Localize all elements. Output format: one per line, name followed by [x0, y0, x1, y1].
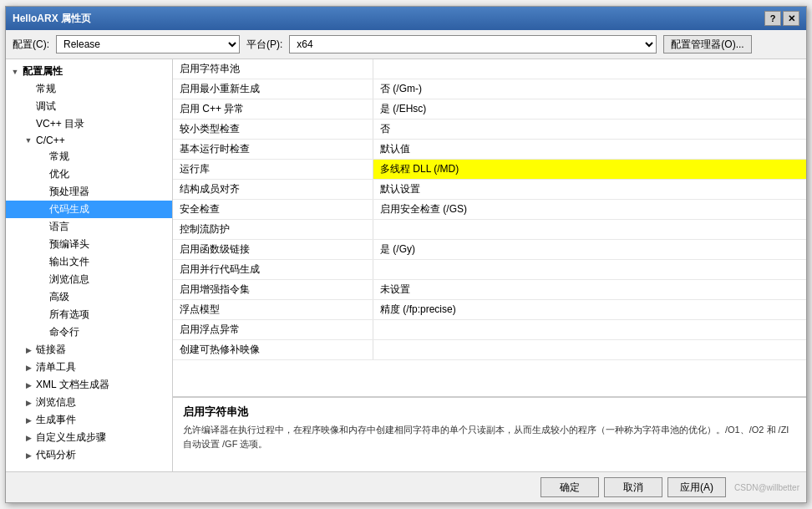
bottom-title: 启用字符串池	[183, 405, 796, 420]
expand-icon-cpp[interactable]: ▼	[23, 135, 34, 146]
prop-value-9: 是 (/Gy)	[373, 240, 806, 259]
props-table: 启用字符串池启用最小重新生成否 (/Gm-)启用 C++ 异常是 (/EHsc)…	[173, 59, 806, 396]
ok-button[interactable]: 确定	[540, 477, 599, 497]
tree-item-linker[interactable]: ▶链接器	[6, 341, 172, 359]
prop-row[interactable]: 启用 C++ 异常是 (/EHsc)	[173, 99, 806, 120]
prop-row[interactable]: 启用增强指令集未设置	[173, 280, 806, 300]
tree-panel: ▼配置属性常规调试VC++ 目录▼C/C++常规优化预处理器代码生成语言预编译头…	[6, 59, 173, 471]
config-label: 配置(C):	[13, 38, 49, 52]
tree-item-cpp-cmdline[interactable]: 命令行	[6, 323, 172, 341]
tree-item-config-props[interactable]: ▼配置属性	[6, 63, 172, 80]
prop-row[interactable]: 启用浮点异常	[173, 320, 806, 340]
prop-row[interactable]: 启用并行代码生成	[173, 260, 806, 280]
bottom-desc: 允许编译器在执行过程中，在程序映像和内存中创建相同字符串的单个只读副本，从而生成…	[183, 423, 796, 450]
tree-item-cpp[interactable]: ▼C/C++	[6, 133, 172, 148]
tree-item-cpp-output[interactable]: 输出文件	[6, 253, 172, 271]
prop-row[interactable]: 启用函数级链接是 (/Gy)	[173, 240, 806, 260]
tree-item-xml-gen[interactable]: ▶XML 文档生成器	[6, 376, 172, 394]
prop-row[interactable]: 安全检查启用安全检查 (/GS)	[173, 200, 806, 220]
prop-row[interactable]: 控制流防护	[173, 220, 806, 240]
prop-row[interactable]: 结构成员对齐默认设置	[173, 180, 806, 200]
dialog-title: HelloARX 属性页	[13, 12, 91, 26]
expand-icon-xml-gen[interactable]: ▶	[23, 379, 34, 391]
prop-value-5: 多线程 DLL (/MD)	[373, 160, 806, 179]
expand-icon-code-analysis[interactable]: ▶	[23, 450, 34, 461]
tree-item-custom-step[interactable]: ▶自定义生成步骤	[6, 429, 172, 446]
tree-item-cpp-browse[interactable]: 浏览信息	[6, 271, 172, 288]
tree-item-label-cpp-optimize: 优化	[49, 167, 69, 181]
tree-item-cpp-all[interactable]: 所有选项	[6, 306, 172, 323]
prop-value-8	[373, 227, 806, 232]
tree-item-cpp-general[interactable]: 常规	[6, 148, 172, 165]
prop-row[interactable]: 基本运行时检查默认值	[173, 140, 806, 160]
prop-name-4: 基本运行时检查	[173, 140, 373, 159]
tree-item-label-browse-info: 浏览信息	[36, 395, 76, 410]
prop-value-6: 默认设置	[373, 180, 806, 199]
tree-item-label-cpp-advanced: 高级	[49, 290, 69, 304]
tree-item-cpp-language[interactable]: 语言	[6, 218, 172, 236]
prop-row[interactable]: 启用最小重新生成否 (/Gm-)	[173, 79, 806, 99]
tree-item-cpp-optimize[interactable]: 优化	[6, 165, 172, 183]
prop-name-9: 启用函数级链接	[173, 240, 373, 259]
tree-item-label-build-events: 生成事件	[36, 413, 76, 427]
prop-name-11: 启用增强指令集	[173, 280, 373, 299]
prop-name-8: 控制流防护	[173, 220, 373, 239]
tree-item-label-cpp-cmdline: 命令行	[49, 325, 79, 339]
prop-row[interactable]: 较小类型检查否	[173, 120, 806, 140]
prop-name-2: 启用 C++ 异常	[173, 99, 373, 119]
prop-row[interactable]: 启用字符串池	[173, 59, 806, 79]
tree-item-label-cpp-preprocess: 预处理器	[49, 185, 89, 199]
tree-item-label-cpp-pch: 预编译头	[49, 237, 89, 252]
prop-name-14: 创建可热修补映像	[173, 340, 373, 359]
cancel-button[interactable]: 取消	[604, 477, 662, 497]
apply-button[interactable]: 应用(A)	[667, 477, 726, 497]
prop-row[interactable]: 浮点模型精度 (/fp:precise)	[173, 300, 806, 320]
prop-name-1: 启用最小重新生成	[173, 79, 373, 99]
prop-value-1: 否 (/Gm-)	[373, 79, 806, 99]
prop-name-5: 运行库	[173, 160, 373, 179]
toolbar: 配置(C): Release 平台(P): x64 配置管理器(O)...	[6, 30, 806, 59]
expand-icon-manifest[interactable]: ▶	[23, 362, 34, 374]
help-button[interactable]: ?	[764, 11, 781, 26]
platform-label: 平台(P):	[246, 38, 282, 52]
tree-item-label-xml-gen: XML 文档生成器	[36, 378, 109, 392]
expand-icon-browse-info[interactable]: ▶	[23, 397, 34, 409]
tree-item-label-config-props: 配置属性	[23, 64, 63, 79]
tree-item-cpp-codegen[interactable]: 代码生成	[6, 201, 172, 218]
expand-icon-config-props[interactable]: ▼	[9, 66, 21, 78]
tree-item-vc-dir[interactable]: VC++ 目录	[6, 115, 172, 133]
titlebar: HelloARX 属性页 ? ✕	[6, 7, 806, 30]
right-panel: 启用字符串池启用最小重新生成否 (/Gm-)启用 C++ 异常是 (/EHsc)…	[173, 59, 806, 471]
tree-item-build-events[interactable]: ▶生成事件	[6, 411, 172, 429]
prop-value-10	[373, 267, 806, 272]
expand-icon-build-events[interactable]: ▶	[23, 415, 34, 426]
prop-row[interactable]: 运行库多线程 DLL (/MD)	[173, 160, 806, 180]
tree-item-code-analysis[interactable]: ▶代码分析	[6, 446, 172, 464]
prop-name-13: 启用浮点异常	[173, 320, 373, 339]
tree-item-manifest[interactable]: ▶清单工具	[6, 359, 172, 376]
tree-item-general[interactable]: 常规	[6, 80, 172, 98]
expand-icon-linker[interactable]: ▶	[23, 344, 34, 356]
tree-item-label-cpp-all: 所有选项	[49, 308, 89, 322]
tree-item-label-general: 常规	[36, 82, 56, 96]
tree-item-cpp-preprocess[interactable]: 预处理器	[6, 183, 172, 201]
tree-item-cpp-pch[interactable]: 预编译头	[6, 236, 172, 253]
platform-select[interactable]: x64	[289, 35, 657, 53]
tree-item-label-linker: 链接器	[36, 343, 66, 357]
prop-value-3: 否	[373, 120, 806, 139]
prop-value-14	[373, 348, 806, 353]
tree-item-debug[interactable]: 调试	[6, 98, 172, 115]
main-content: ▼配置属性常规调试VC++ 目录▼C/C++常规优化预处理器代码生成语言预编译头…	[6, 59, 806, 471]
tree-item-cpp-advanced[interactable]: 高级	[6, 288, 172, 306]
prop-value-11: 未设置	[373, 280, 806, 299]
prop-name-12: 浮点模型	[173, 300, 373, 319]
tree-item-browse-info[interactable]: ▶浏览信息	[6, 394, 172, 411]
prop-row[interactable]: 创建可热修补映像	[173, 340, 806, 360]
expand-icon-custom-step[interactable]: ▶	[23, 432, 34, 444]
prop-name-6: 结构成员对齐	[173, 180, 373, 199]
prop-value-7: 启用安全检查 (/GS)	[373, 200, 806, 219]
close-button[interactable]: ✕	[783, 11, 799, 26]
tree-item-label-cpp-codegen: 代码生成	[49, 202, 89, 216]
config-select[interactable]: Release	[56, 35, 240, 53]
config-manager-button[interactable]: 配置管理器(O)...	[663, 35, 751, 53]
